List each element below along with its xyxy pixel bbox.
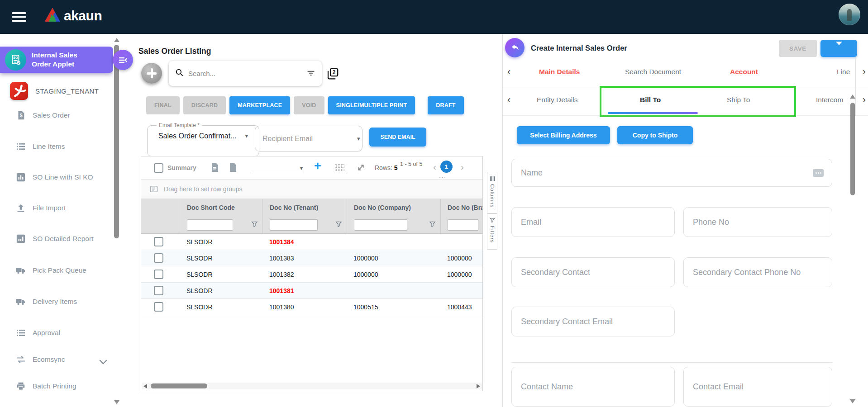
recipient-email-select[interactable]: ▾ <box>255 126 362 151</box>
send-email-button[interactable]: SEND EMAIL <box>369 128 426 147</box>
contact-name-input[interactable] <box>520 382 666 392</box>
sidebar-item-batch-printing[interactable]: Batch Printing <box>0 380 112 393</box>
funnel-icon[interactable] <box>251 221 258 229</box>
search-input[interactable] <box>187 69 306 78</box>
column-header[interactable]: Doc No (Bra <box>440 199 482 216</box>
column-header[interactable]: Doc No (Tenant) <box>262 199 347 216</box>
scrollbar-thumb[interactable] <box>850 103 855 195</box>
previous-page-icon[interactable]: ‹ <box>433 162 436 171</box>
tab-search-document[interactable]: Search Document <box>625 68 681 76</box>
sidebar-item-so-line-with-si-ko[interactable]: SO Line with SI KO <box>0 171 112 184</box>
draft-button[interactable]: DRAFT <box>428 96 463 114</box>
sidebar-item-so-detailed-report[interactable]: SO Detailed Report <box>0 232 112 245</box>
summary-checkbox[interactable] <box>154 163 163 173</box>
single-multiple-print-button[interactable]: SINGLE/MULTIPLE PRINT <box>328 96 415 114</box>
scroll-up-arrow[interactable] <box>114 38 119 42</box>
email-field[interactable] <box>511 207 675 237</box>
phone-no-input[interactable] <box>692 217 824 227</box>
filter-input[interactable] <box>187 219 233 231</box>
table-row[interactable]: SLSODR 1001381 <box>141 283 482 299</box>
filters-tool-tab[interactable]: Filters <box>487 213 497 250</box>
table-row[interactable]: SLSODR 1001383 1000000 1000000 <box>141 250 482 266</box>
columns-tool-tab[interactable]: Columns <box>487 172 497 213</box>
current-page-badge[interactable]: 1 <box>440 161 453 173</box>
scrollbar-thumb[interactable] <box>151 383 207 388</box>
sidebar-item-sales-order[interactable]: $ Sales Order <box>0 109 112 122</box>
filter-input[interactable] <box>448 219 478 231</box>
scroll-right-arrow[interactable] <box>477 384 480 388</box>
add-view-button[interactable]: + <box>314 160 321 172</box>
tab-entity-details[interactable]: Entity Details <box>537 96 577 104</box>
scroll-down-arrow[interactable] <box>850 399 855 403</box>
scrollbar-thumb[interactable] <box>114 45 119 238</box>
horizontal-scrollbar[interactable] <box>142 383 482 389</box>
filter-input[interactable] <box>270 219 318 231</box>
hamburger-menu-icon[interactable] <box>12 12 26 22</box>
sidebar-item-ecomsync[interactable]: Ecomsync <box>0 353 112 366</box>
tab-ship-to[interactable]: Ship To <box>727 96 750 104</box>
tab-account[interactable]: Account <box>730 68 758 76</box>
table-row[interactable]: SLSODR 1001382 1000000 1000000 <box>141 266 482 283</box>
secondary-contact-field[interactable] <box>511 257 675 287</box>
sidebar-scrollbar[interactable] <box>113 34 120 407</box>
sidebar-item-pick-pack-queue[interactable]: Pick Pack Queue <box>0 264 112 277</box>
filter-list-icon[interactable] <box>306 68 315 79</box>
tabs-scroll-right-icon[interactable]: › <box>863 95 866 105</box>
user-avatar[interactable] <box>839 4 860 25</box>
row-checkbox[interactable] <box>154 237 163 246</box>
funnel-icon[interactable] <box>429 221 436 229</box>
secondary-contact-input[interactable] <box>520 267 666 278</box>
row-checkbox[interactable] <box>154 302 163 312</box>
row-checkbox[interactable] <box>154 270 163 279</box>
back-button[interactable] <box>505 38 525 57</box>
name-field[interactable] <box>511 159 832 187</box>
sidebar-item-line-items[interactable]: Line Items <box>0 140 112 153</box>
tabs-scroll-left-icon[interactable]: ‹ <box>507 95 510 105</box>
secondary-contact-phone-field[interactable] <box>683 257 832 287</box>
sidebar-item-delivery-items[interactable]: Delivery Items <box>0 295 112 308</box>
discard-button[interactable]: DISCARD <box>183 96 226 114</box>
save-options-dropdown-button[interactable] <box>820 40 857 57</box>
chevron-down-icon[interactable] <box>100 357 107 364</box>
funnel-icon[interactable] <box>335 221 342 229</box>
sidebar-applet-header[interactable]: SO Internal Sales Order Applet <box>0 47 113 73</box>
phone-no-field[interactable] <box>683 207 832 237</box>
row-checkbox[interactable] <box>154 253 163 263</box>
email-input[interactable] <box>520 217 666 227</box>
sidebar-collapse-button[interactable] <box>113 50 133 70</box>
expand-icon[interactable] <box>356 163 366 174</box>
table-row[interactable]: SLSODR 1001384 <box>141 234 482 250</box>
blank-document-icon[interactable] <box>227 162 238 175</box>
sidebar-item-approval[interactable]: Approval <box>0 327 112 339</box>
contact-name-field[interactable] <box>511 367 675 407</box>
row-checkbox[interactable] <box>154 286 163 295</box>
scroll-left-arrow[interactable] <box>143 384 147 388</box>
name-input[interactable] <box>520 168 813 178</box>
column-header[interactable]: Doc Short Code <box>180 199 262 216</box>
more-options-icon[interactable] <box>813 169 824 177</box>
select-billing-address-button[interactable]: Select Billing Address <box>517 126 610 144</box>
table-row[interactable]: SLSODR 1001380 1000515 1000443 <box>141 299 482 315</box>
copy-to-shipto-button[interactable]: Copy to Shipto <box>617 126 693 144</box>
final-button[interactable]: FINAL <box>146 96 180 114</box>
panel-scrollbar[interactable] <box>849 92 856 407</box>
email-template-select[interactable]: Email Template * Sales Order Confirmat..… <box>147 122 259 156</box>
tab-intercompany[interactable]: Intercom <box>816 96 843 104</box>
export-document-icon[interactable] <box>209 162 220 175</box>
scroll-up-arrow[interactable] <box>850 95 855 99</box>
sidebar-item-file-import[interactable]: File Import <box>0 202 112 214</box>
add-sales-order-button[interactable] <box>141 63 162 84</box>
recipient-email-input[interactable] <box>262 134 357 143</box>
tab-main-details[interactable]: Main Details <box>539 68 580 76</box>
tab-bill-to[interactable]: Bill To <box>640 96 661 104</box>
column-header[interactable]: Doc No (Company) <box>347 199 440 216</box>
tabs-scroll-right-icon[interactable]: › <box>863 67 866 77</box>
grid-view-select[interactable]: ▾ <box>253 163 304 173</box>
secondary-contact-email-input[interactable] <box>520 317 666 327</box>
next-page-icon[interactable]: › <box>461 162 464 171</box>
dots-grid-icon[interactable] <box>335 163 344 172</box>
filter-input[interactable] <box>354 219 407 231</box>
void-button[interactable]: VOID <box>294 96 324 114</box>
secondary-contact-phone-input[interactable] <box>692 267 824 278</box>
contact-email-field[interactable] <box>683 367 832 407</box>
